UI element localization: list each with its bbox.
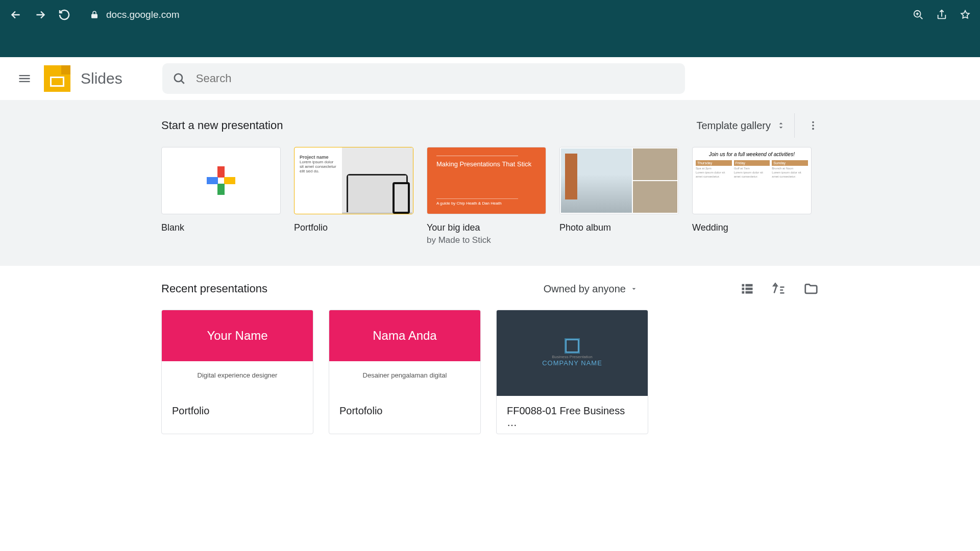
recent-presentation[interactable]: Business Presentation COMPANY NAME FF008…: [496, 310, 648, 434]
url-text[interactable]: docs.google.com: [106, 9, 180, 20]
search-icon: [173, 72, 186, 85]
app-header: Slides: [0, 57, 980, 100]
star-icon[interactable]: [960, 9, 971, 20]
recent-presentation[interactable]: Your Name Digital experience designer Po…: [161, 310, 313, 434]
app-title: Slides: [81, 70, 122, 87]
template-photo-album[interactable]: Photo album: [559, 147, 679, 245]
sort-button[interactable]: [772, 281, 786, 296]
search-bar[interactable]: [162, 63, 685, 94]
recent-heading: Recent presentations: [161, 282, 267, 295]
slides-logo-icon: [44, 65, 70, 92]
list-view-button[interactable]: [740, 281, 754, 296]
template-blank[interactable]: Blank: [161, 147, 281, 245]
search-input[interactable]: [196, 72, 675, 85]
svg-point-3: [812, 124, 814, 127]
templates-section: Start a new presentation Template galler…: [0, 100, 980, 266]
share-icon[interactable]: [936, 9, 947, 20]
template-portfolio[interactable]: Project nameLorem ipsum dolor sit amet c…: [294, 147, 413, 245]
plus-icon: [207, 166, 235, 195]
templates-heading: Start a new presentation: [161, 119, 283, 132]
svg-point-1: [175, 74, 182, 82]
template-gallery-toggle[interactable]: Template gallery: [696, 120, 786, 132]
zoom-icon[interactable]: [913, 9, 924, 20]
owner-filter-dropdown[interactable]: Owned by anyone: [544, 283, 638, 295]
more-options-button[interactable]: [794, 113, 819, 138]
svg-point-2: [812, 121, 814, 123]
file-picker-button[interactable]: [803, 281, 819, 296]
unfold-icon: [776, 120, 786, 131]
recent-section: Recent presentations Owned by anyone You…: [0, 266, 980, 449]
back-button[interactable]: [9, 8, 22, 21]
caret-down-icon: [630, 285, 638, 293]
recent-presentation[interactable]: Nama Anda Desainer pengalaman digital Po…: [329, 310, 481, 434]
browser-tab-strip: [0, 30, 980, 57]
browser-toolbar: docs.google.com: [0, 0, 980, 30]
reload-button[interactable]: [58, 9, 70, 21]
menu-button[interactable]: [12, 66, 37, 91]
template-wedding[interactable]: Join us for a full weekend of activities…: [692, 147, 812, 245]
forward-button[interactable]: [34, 8, 47, 21]
svg-point-4: [812, 128, 814, 130]
lock-icon: [90, 10, 99, 19]
template-your-big-idea[interactable]: Making Presentations That Stick A guide …: [427, 147, 546, 245]
